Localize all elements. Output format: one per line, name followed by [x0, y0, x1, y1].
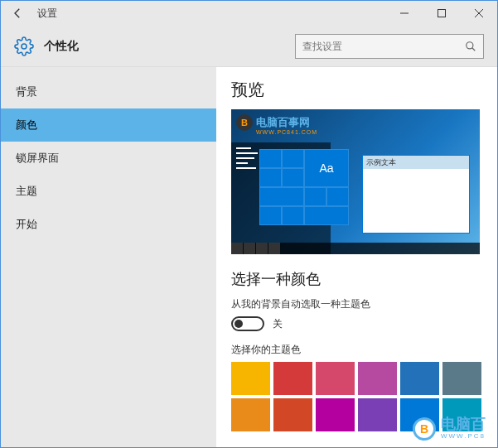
preview-box: B 电脑百事网 WWW.PC841.COM Aa 示例文本: [231, 109, 480, 254]
auto-pick-toggle[interactable]: [231, 316, 264, 331]
maximize-icon: [438, 9, 446, 17]
toggle-row: 关: [231, 316, 482, 331]
color-swatch[interactable]: [273, 362, 312, 395]
content: 预览 B 电脑百事网 WWW.PC841.COM Aa 示例文本: [216, 67, 497, 447]
sidebar: 背景 颜色 锁屏界面 主题 开始: [1, 67, 216, 447]
minimize-icon: [400, 9, 409, 17]
sidebar-item-label: 开始: [16, 217, 37, 232]
svg-point-5: [467, 41, 473, 48]
preview-tiles: Aa: [259, 149, 349, 225]
watermark-stack: 电脑百 WWW.PC8: [441, 417, 486, 441]
accent-label: 选择你的主题色: [231, 343, 482, 357]
color-swatch[interactable]: [316, 362, 355, 395]
search-box[interactable]: [295, 34, 484, 59]
svg-rect-1: [438, 10, 445, 17]
color-swatch[interactable]: [358, 362, 397, 395]
logo-sub: WWW.PC841.COM: [256, 129, 317, 135]
logo-badge-icon: B: [236, 114, 253, 131]
maximize-button[interactable]: [423, 1, 460, 26]
color-heading: 选择一种颜色: [231, 269, 482, 289]
close-button[interactable]: [460, 1, 497, 26]
main-area: 背景 颜色 锁屏界面 主题 开始 预览 B 电脑百事网 WWW.PC841.CO…: [1, 67, 497, 447]
color-swatch[interactable]: [358, 398, 397, 431]
color-swatch[interactable]: [231, 362, 270, 395]
sidebar-item-label: 主题: [16, 184, 37, 199]
minimize-button[interactable]: [385, 1, 423, 26]
titlebar: 设置: [1, 1, 497, 26]
color-swatch[interactable]: [231, 398, 270, 431]
gear-icon: [14, 36, 34, 56]
watermark-text: 电脑百: [441, 417, 486, 433]
sidebar-item-start[interactable]: 开始: [1, 208, 216, 241]
preview-logo: B 电脑百事网: [236, 114, 310, 131]
toggle-state-label: 关: [273, 317, 283, 331]
sidebar-item-themes[interactable]: 主题: [1, 175, 216, 208]
color-swatch[interactable]: [442, 362, 481, 395]
logo-text: 电脑百事网: [256, 115, 310, 130]
tile-sample: Aa: [304, 149, 349, 187]
header: 个性化: [1, 26, 497, 67]
back-arrow-icon: [10, 6, 25, 21]
preview-taskbar: [231, 243, 480, 254]
sidebar-item-label: 背景: [16, 84, 37, 99]
color-swatch[interactable]: [316, 398, 355, 431]
sidebar-item-background[interactable]: 背景: [1, 75, 216, 108]
close-icon: [475, 9, 483, 17]
window-controls: [385, 1, 497, 26]
back-button[interactable]: [1, 1, 34, 26]
sidebar-item-lockscreen[interactable]: 锁屏界面: [1, 142, 216, 175]
watermark-sub: WWW.PC8: [441, 433, 486, 441]
auto-pick-label: 从我的背景自动选取一种主题色: [231, 297, 482, 311]
svg-line-6: [472, 47, 476, 51]
watermark: B 电脑百 WWW.PC8: [413, 417, 486, 441]
toggle-knob-icon: [234, 320, 243, 328]
svg-point-4: [22, 44, 27, 49]
page-title: 个性化: [44, 39, 295, 54]
sidebar-item-colors[interactable]: 颜色: [1, 108, 216, 142]
color-swatch[interactable]: [273, 398, 312, 431]
bars-icon: [236, 147, 258, 172]
preview-heading: 预览: [231, 79, 482, 101]
sidebar-item-label: 锁屏界面: [16, 151, 59, 166]
sample-window-title: 示例文本: [363, 156, 469, 169]
search-input[interactable]: [302, 41, 465, 52]
window-title: 设置: [37, 7, 57, 21]
search-icon: [465, 41, 476, 52]
color-swatch[interactable]: [400, 362, 439, 395]
watermark-badge-icon: B: [413, 417, 436, 441]
sidebar-item-label: 颜色: [16, 118, 37, 132]
preview-sample-window: 示例文本: [362, 155, 470, 234]
